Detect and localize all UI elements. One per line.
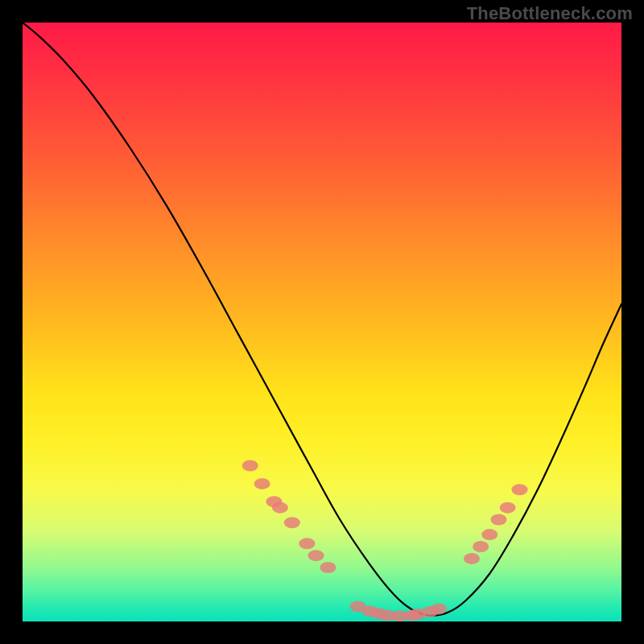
plot-area — [23, 23, 621, 621]
chart-svg — [23, 23, 621, 621]
data-marker — [464, 553, 480, 564]
bottleneck-curve — [23, 23, 621, 616]
watermark-text: TheBottleneck.com — [467, 3, 633, 24]
data-marker — [473, 541, 489, 552]
data-marker — [272, 502, 288, 514]
data-marker — [500, 502, 516, 514]
data-marker — [431, 603, 447, 614]
data-marker — [284, 517, 300, 528]
markers-left — [242, 460, 336, 573]
chart-frame: TheBottleneck.com — [0, 0, 644, 644]
data-marker — [481, 529, 497, 540]
markers-bottom — [350, 601, 447, 621]
data-marker — [320, 562, 336, 573]
data-marker — [512, 484, 528, 495]
data-marker — [308, 550, 324, 561]
data-marker — [299, 538, 315, 549]
data-marker — [490, 514, 506, 526]
data-marker — [254, 478, 270, 489]
data-marker — [242, 460, 258, 472]
markers-right — [464, 484, 528, 564]
